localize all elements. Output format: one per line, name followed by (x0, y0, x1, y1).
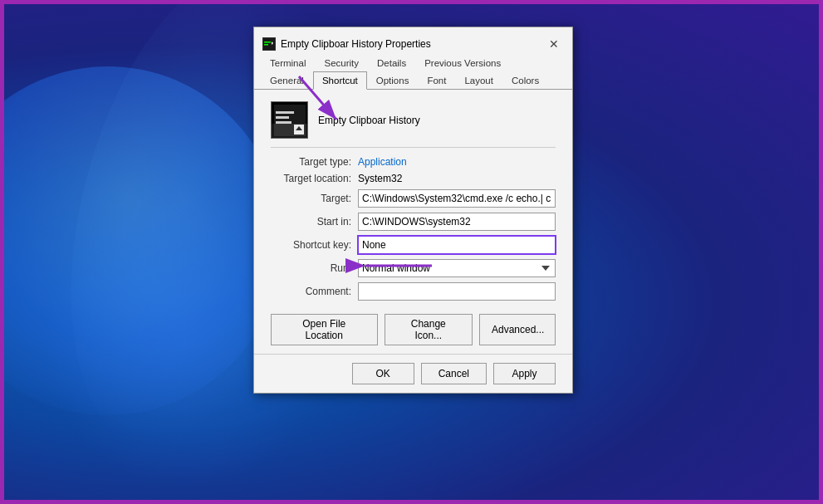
target-location-value: System32 (358, 173, 402, 184)
title-bar: Empty Clipboar History Properties ✕ (254, 27, 572, 54)
app-icon (271, 101, 308, 139)
svg-rect-7 (276, 121, 291, 124)
app-name-label: Empty Clipboar History (318, 115, 420, 126)
target-row: Target: (271, 189, 556, 208)
cancel-button[interactable]: Cancel (421, 363, 487, 384)
run-row: Run: Normal window Minimized Maximized (271, 259, 556, 277)
tab-font[interactable]: Font (418, 71, 455, 90)
target-type-value: Application (358, 156, 407, 168)
svg-rect-2 (264, 44, 268, 46)
svg-rect-1 (264, 42, 271, 43)
tab-details[interactable]: Details (368, 54, 415, 72)
svg-rect-5 (276, 111, 294, 114)
comment-label: Comment: (271, 286, 358, 297)
shortcut-key-input[interactable] (358, 236, 556, 254)
tab-security[interactable]: Security (315, 54, 368, 72)
comment-input[interactable] (358, 282, 556, 301)
tab-shortcut[interactable]: Shortcut (313, 71, 367, 90)
target-type-label: Target type: (271, 156, 358, 168)
advanced-button[interactable]: Advanced... (479, 314, 556, 345)
app-header: Empty Clipboar History (271, 101, 556, 148)
svg-rect-6 (276, 116, 289, 119)
comment-row: Comment: (271, 282, 556, 301)
tab-row-2: General Shortcut Options Font Layout Col… (261, 71, 566, 89)
ok-button[interactable]: OK (352, 363, 414, 384)
shortcut-key-row: Shortcut key: (271, 236, 556, 254)
open-file-location-button[interactable]: Open File Location (271, 314, 378, 345)
target-type-row: Target type: Application (271, 156, 556, 168)
target-location-label: Target location: (271, 173, 358, 184)
change-icon-button[interactable]: Change Icon... (385, 314, 473, 345)
close-button[interactable]: ✕ (544, 36, 564, 52)
start-in-label: Start in: (271, 216, 358, 228)
start-in-row: Start in: (271, 213, 556, 231)
action-buttons: Open File Location Change Icon... Advanc… (271, 311, 556, 345)
run-select[interactable]: Normal window Minimized Maximized (358, 259, 556, 277)
tab-terminal[interactable]: Terminal (261, 54, 315, 72)
tab-row-1: Terminal Security Details Previous Versi… (261, 54, 566, 71)
tab-previous-versions[interactable]: Previous Versions (415, 54, 510, 72)
target-location-row: Target location: System32 (271, 173, 556, 184)
target-label: Target: (271, 193, 358, 204)
svg-marker-9 (296, 126, 302, 130)
tab-general[interactable]: General (261, 71, 313, 90)
dialog-title: Empty Clipboar History Properties (281, 38, 544, 50)
tab-strip-top: Terminal Security Details Previous Versi… (254, 54, 572, 89)
tab-layout[interactable]: Layout (455, 71, 502, 90)
title-bar-icon (262, 37, 276, 51)
start-in-input[interactable] (358, 213, 556, 231)
apply-button[interactable]: Apply (493, 363, 556, 384)
svg-rect-4 (274, 105, 306, 136)
run-label: Run: (271, 262, 358, 274)
shortcut-key-label: Shortcut key: (271, 239, 358, 251)
target-input[interactable] (358, 189, 556, 208)
dialog-content: Empty Clipboar History Target type: Appl… (254, 89, 572, 354)
tab-options[interactable]: Options (367, 71, 419, 90)
tab-colors[interactable]: Colors (502, 71, 548, 90)
dialog-footer: OK Cancel Apply (254, 354, 572, 393)
properties-dialog: Empty Clipboar History Properties ✕ Term… (253, 27, 573, 394)
svg-rect-8 (294, 125, 304, 135)
